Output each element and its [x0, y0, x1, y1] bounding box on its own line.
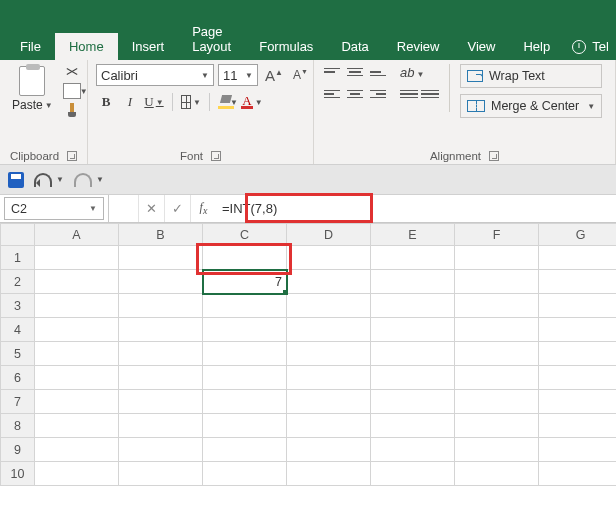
enter-formula-button[interactable]: ✓ [164, 195, 190, 222]
undo-button[interactable]: ▼ [34, 173, 64, 187]
merge-center-button[interactable]: Merge & Center ▼ [460, 94, 602, 118]
align-bottom-button[interactable] [368, 64, 388, 80]
worksheet[interactable]: A B C D E F G 1 27 3 4 5 6 7 8 9 10 [0, 223, 616, 486]
cell[interactable] [539, 270, 617, 294]
cell[interactable] [287, 246, 371, 270]
tab-insert[interactable]: Insert [118, 33, 179, 60]
row-header[interactable]: 1 [1, 246, 35, 270]
cell[interactable] [455, 270, 539, 294]
cell[interactable] [119, 390, 203, 414]
align-middle-button[interactable] [345, 64, 365, 80]
col-header[interactable]: B [119, 224, 203, 246]
cell[interactable] [539, 462, 617, 486]
row-header[interactable]: 10 [1, 462, 35, 486]
tab-data[interactable]: Data [327, 33, 382, 60]
cell[interactable] [203, 462, 287, 486]
cell[interactable] [287, 414, 371, 438]
cell[interactable] [287, 366, 371, 390]
cell[interactable] [35, 390, 119, 414]
cell[interactable] [371, 414, 455, 438]
cell[interactable] [35, 438, 119, 462]
formula-input[interactable]: =INT(7,8) [216, 195, 616, 222]
name-box[interactable]: C2 ▼ [4, 197, 104, 220]
cell[interactable] [539, 294, 617, 318]
font-color-button[interactable]: A▼ [242, 92, 262, 112]
cell[interactable] [287, 294, 371, 318]
cell[interactable] [287, 270, 371, 294]
cell[interactable] [539, 246, 617, 270]
row-header[interactable]: 2 [1, 270, 35, 294]
cell[interactable] [539, 414, 617, 438]
cell[interactable] [119, 438, 203, 462]
cell[interactable] [455, 366, 539, 390]
cell[interactable] [119, 462, 203, 486]
format-painter-button[interactable] [63, 102, 81, 118]
wrap-text-button[interactable]: Wrap Text [460, 64, 602, 88]
tab-formulas[interactable]: Formulas [245, 33, 327, 60]
cell[interactable] [287, 318, 371, 342]
cell[interactable] [119, 246, 203, 270]
cell[interactable] [35, 318, 119, 342]
cell[interactable] [203, 318, 287, 342]
grid[interactable]: A B C D E F G 1 27 3 4 5 6 7 8 9 10 [0, 223, 616, 486]
cell[interactable] [35, 462, 119, 486]
borders-button[interactable]: ▼ [181, 92, 201, 112]
cancel-formula-button[interactable]: ✕ [138, 195, 164, 222]
cell[interactable] [371, 270, 455, 294]
cell[interactable] [371, 462, 455, 486]
font-size-combo[interactable]: 11▼ [218, 64, 258, 86]
align-left-button[interactable] [322, 86, 342, 102]
orientation-button[interactable]: ab▼ [400, 65, 424, 80]
cell[interactable] [35, 414, 119, 438]
cell[interactable] [455, 462, 539, 486]
cell[interactable] [371, 366, 455, 390]
col-header[interactable]: D [287, 224, 371, 246]
cell[interactable] [539, 390, 617, 414]
cell[interactable] [203, 246, 287, 270]
cell[interactable] [455, 294, 539, 318]
underline-button[interactable]: U▼ [144, 92, 164, 112]
cell[interactable] [371, 294, 455, 318]
insert-function-button[interactable]: fx [190, 195, 216, 222]
bold-button[interactable]: B [96, 92, 116, 112]
col-header[interactable]: A [35, 224, 119, 246]
paste-button[interactable]: Paste ▼ [8, 64, 57, 114]
cell[interactable] [287, 462, 371, 486]
tab-review[interactable]: Review [383, 33, 454, 60]
save-button[interactable] [8, 172, 24, 188]
cut-button[interactable] [63, 64, 81, 80]
cell[interactable] [203, 390, 287, 414]
cell[interactable] [287, 342, 371, 366]
cell[interactable] [203, 366, 287, 390]
cell[interactable] [35, 294, 119, 318]
font-name-combo[interactable]: Calibri▼ [96, 64, 214, 86]
italic-button[interactable]: I [120, 92, 140, 112]
cell[interactable] [371, 342, 455, 366]
row-header[interactable]: 4 [1, 318, 35, 342]
fill-color-button[interactable]: ▼ [218, 92, 238, 112]
cell[interactable] [35, 366, 119, 390]
cell-c2[interactable]: 7 [203, 270, 287, 294]
cell[interactable] [539, 438, 617, 462]
cell[interactable] [119, 318, 203, 342]
cell[interactable] [35, 270, 119, 294]
cell[interactable] [203, 294, 287, 318]
cell[interactable] [119, 342, 203, 366]
redo-button[interactable]: ▼ [74, 173, 104, 187]
tab-view[interactable]: View [453, 33, 509, 60]
cell[interactable] [371, 438, 455, 462]
font-launcher[interactable] [211, 151, 221, 161]
cell[interactable] [35, 246, 119, 270]
row-header[interactable]: 5 [1, 342, 35, 366]
col-header[interactable]: G [539, 224, 617, 246]
alignment-launcher[interactable] [489, 151, 499, 161]
align-right-button[interactable] [368, 86, 388, 102]
cell[interactable] [455, 246, 539, 270]
row-header[interactable]: 7 [1, 390, 35, 414]
cell[interactable] [371, 246, 455, 270]
tab-help[interactable]: Help [509, 33, 564, 60]
row-header[interactable]: 3 [1, 294, 35, 318]
cell[interactable] [539, 318, 617, 342]
cell[interactable] [455, 414, 539, 438]
row-header[interactable]: 9 [1, 438, 35, 462]
